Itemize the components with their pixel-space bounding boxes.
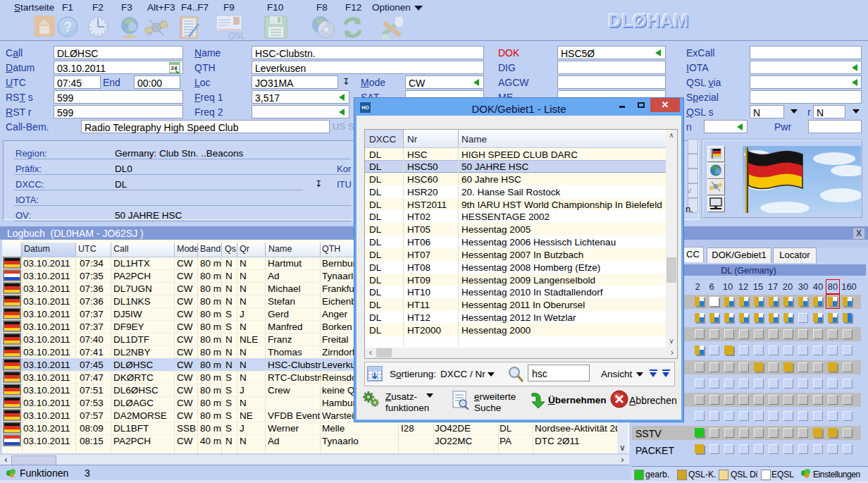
svg-text:?: ?	[63, 19, 72, 35]
svg-text:24: 24	[171, 65, 178, 71]
